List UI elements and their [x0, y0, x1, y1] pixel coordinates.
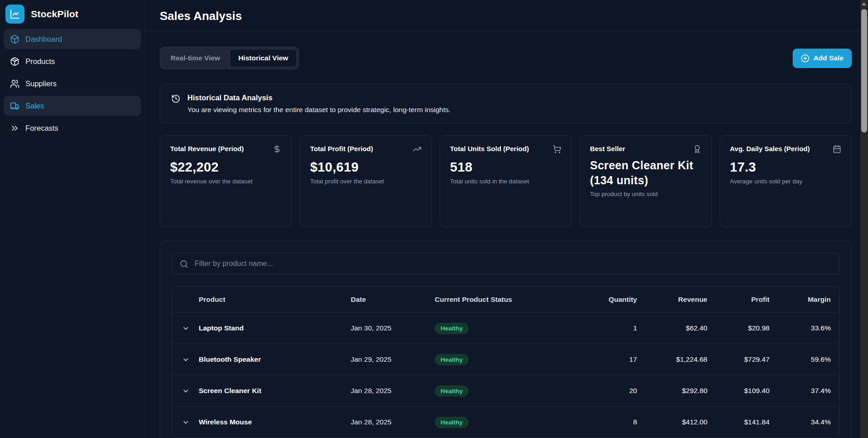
margin-value: 59.6%: [770, 355, 831, 364]
chevron-down-icon: [182, 356, 190, 364]
search-icon: [180, 260, 188, 268]
app-logo: StockPilot: [4, 4, 141, 29]
scroll-up-arrow-icon[interactable]: [862, 2, 866, 5]
product-filter-input[interactable]: [194, 259, 832, 268]
stat-card-total-profit: Total Profit (Period) $10,619 Total prof…: [299, 135, 432, 227]
table-row[interactable]: Laptop Stand Jan 30, 2025 Healthy 1 $62.…: [172, 312, 839, 344]
sidebar-item-dashboard[interactable]: Dashboard: [4, 29, 141, 49]
stat-card-best-seller: Best Seller Screen Cleaner Kit (134 unit…: [579, 135, 711, 227]
sidebar-item-label: Products: [25, 57, 55, 66]
historical-info-banner: Historical Data Analysis You are viewing…: [160, 84, 852, 123]
table-row[interactable]: Wireless Mouse Jan 28, 2025 Healthy 8 $4…: [172, 406, 839, 438]
status-badge: Healthy: [435, 385, 469, 397]
main-content: Sales Analysis Real-time View Historical…: [145, 0, 868, 438]
scrollbar-thumb[interactable]: [861, 9, 867, 133]
sale-date: Jan 28, 2025: [351, 387, 435, 395]
row-expand-button[interactable]: [172, 418, 199, 426]
row-expand-button[interactable]: [172, 356, 199, 364]
stat-card-subtitle: Total revenue over the dataset: [170, 178, 281, 185]
stat-card-title: Total Units Sold (Period): [450, 145, 532, 153]
stat-card-subtitle: Total units sold in the dataset: [450, 178, 561, 185]
box-icon: [10, 34, 20, 44]
banner-description: You are viewing metrics for the entire d…: [187, 106, 451, 114]
quantity-value: 1: [539, 324, 637, 332]
tab-historical-view[interactable]: Historical View: [230, 49, 297, 67]
quantity-value: 17: [539, 355, 637, 364]
chevron-down-icon: [182, 325, 190, 332]
stat-card-title: Total Revenue (Period): [170, 145, 246, 153]
profit-value: $20.98: [707, 324, 770, 332]
stat-card-value: $10,619: [310, 160, 421, 175]
view-tab-list: Real-time View Historical View: [160, 47, 299, 69]
profit-value: $141.84: [707, 418, 770, 426]
trending-up-icon: [413, 145, 422, 153]
row-expand-button[interactable]: [172, 387, 199, 395]
revenue-value: $62.40: [637, 324, 707, 332]
table-row[interactable]: Screen Cleaner Kit Jan 28, 2025 Healthy …: [172, 375, 839, 406]
revenue-value: $292.80: [637, 387, 707, 395]
stat-card-value: 518: [450, 160, 561, 175]
stat-card-subtitle: Total profit over the dataset: [310, 178, 421, 185]
status-badge: Healthy: [435, 323, 469, 334]
stat-card-value: $22,202: [170, 160, 281, 175]
status-badge: Healthy: [435, 354, 469, 365]
page-title: Sales Analysis: [160, 9, 852, 23]
stat-card-title: Best Seller: [590, 145, 628, 153]
app-title: StockPilot: [31, 9, 78, 20]
column-header-profit: Profit: [707, 295, 770, 304]
column-header-revenue: Revenue: [637, 295, 707, 304]
app-window: StockPilot Dashboard Products Suppliers …: [0, 0, 868, 438]
content-area: Real-time View Historical View Add Sale …: [145, 31, 868, 438]
sidebar-item-forecasts[interactable]: Forecasts: [4, 118, 141, 138]
package-icon: [10, 57, 20, 66]
sidebar: StockPilot Dashboard Products Suppliers …: [0, 0, 145, 438]
tab-realtime-view[interactable]: Real-time View: [162, 49, 229, 67]
column-header-margin: Margin: [770, 295, 831, 304]
stat-card-total-units: Total Units Sold (Period) 518 Total unit…: [440, 135, 572, 227]
product-name: Screen Cleaner Kit: [199, 387, 351, 395]
sidebar-item-label: Dashboard: [25, 35, 62, 44]
margin-value: 37.4%: [770, 387, 831, 395]
revenue-value: $412.00: [637, 418, 707, 426]
sidebar-item-sales[interactable]: Sales: [4, 96, 141, 116]
revenue-value: $1,224.68: [637, 355, 707, 364]
stat-card-avg-daily-sales: Avg. Daily Sales (Period) 17.3 Average u…: [720, 135, 852, 227]
calendar-icon: [833, 145, 841, 153]
line-chart-logo-icon: [5, 5, 25, 24]
stat-card-title: Total Profit (Period): [310, 145, 376, 153]
quantity-value: 20: [539, 387, 637, 395]
profit-value: $109.40: [707, 387, 770, 395]
table-row[interactable]: Bluetooth Speaker Jan 29, 2025 Healthy 1…: [172, 344, 839, 375]
toolbar: Real-time View Historical View Add Sale: [160, 47, 852, 69]
status-badge: Healthy: [435, 417, 469, 428]
add-sale-button[interactable]: Add Sale: [793, 49, 852, 68]
users-icon: [10, 79, 20, 89]
sidebar-item-suppliers[interactable]: Suppliers: [4, 74, 141, 94]
sidebar-item-label: Forecasts: [25, 124, 58, 133]
row-expand-button[interactable]: [172, 325, 199, 332]
add-sale-label: Add Sale: [814, 54, 843, 62]
chevron-down-icon: [182, 418, 190, 426]
margin-value: 34.4%: [770, 418, 831, 426]
stat-card-subtitle: Average units sold per day: [730, 178, 841, 185]
stat-card-row: Total Revenue (Period) $22,202 Total rev…: [160, 135, 852, 227]
award-icon: [693, 145, 701, 153]
column-header-quantity: Quantity: [539, 295, 637, 304]
chevron-down-icon: [182, 387, 190, 395]
stat-card-subtitle: Top product by units sold: [590, 191, 701, 197]
sale-date: Jan 28, 2025: [351, 418, 435, 426]
column-header-product: Product: [199, 295, 351, 304]
sidebar-item-label: Suppliers: [25, 79, 57, 88]
profit-value: $729.47: [707, 355, 770, 364]
banner-text: Historical Data Analysis You are viewing…: [187, 94, 451, 114]
sidebar-item-products[interactable]: Products: [4, 51, 141, 71]
sale-date: Jan 30, 2025: [351, 324, 435, 332]
product-filter: [172, 253, 839, 275]
vertical-scrollbar[interactable]: [860, 0, 868, 438]
product-name: Bluetooth Speaker: [199, 355, 351, 364]
margin-value: 33.6%: [770, 324, 831, 332]
product-name: Laptop Stand: [199, 324, 351, 332]
product-name: Wireless Mouse: [199, 418, 351, 426]
stat-card-value: Screen Cleaner Kit (134 units): [590, 158, 701, 187]
page-header: Sales Analysis: [145, 0, 868, 31]
